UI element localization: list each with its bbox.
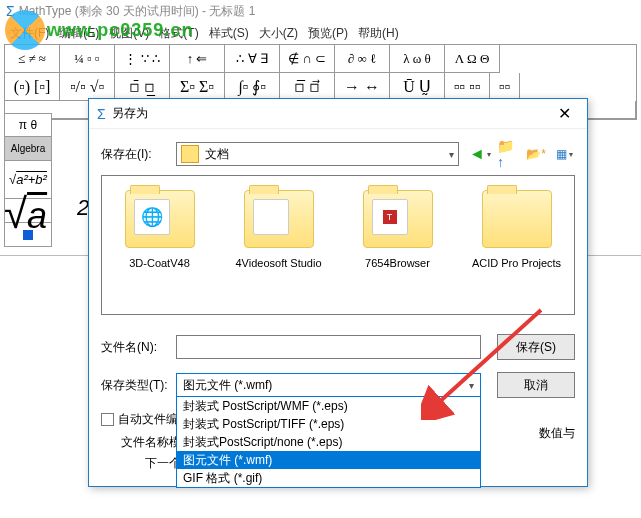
tb-relations[interactable]: ≤ ≠ ≈ — [5, 45, 60, 73]
tb-frac-sqrt[interactable]: ▫/▫ √▫ — [60, 73, 115, 101]
menu-edit[interactable]: 编辑(E) — [55, 23, 103, 44]
tb-fractions[interactable]: ¼ ▫ ▫ — [60, 45, 115, 73]
menu-style[interactable]: 样式(S) — [205, 23, 253, 44]
menu-preview[interactable]: 预览(P) — [304, 23, 352, 44]
back-button[interactable]: ◄▾ — [469, 143, 491, 165]
filetype-option[interactable]: 封装式 PostScript/TIFF (*.eps) — [177, 415, 480, 433]
menu-file[interactable]: 文件(F) — [6, 23, 53, 44]
tb-over-under[interactable]: ▫̄ ▫̲ — [115, 73, 170, 101]
tb-integral[interactable]: ∫▫ ∮▫ — [225, 73, 280, 101]
dialog-title: 另存为 — [112, 105, 549, 122]
tb-sets[interactable]: ∉ ∩ ⊂ — [280, 45, 335, 73]
tb-accents[interactable]: ▫̅ ▫⃗ — [280, 73, 335, 101]
tb-greek-lower[interactable]: λ ω θ — [390, 45, 445, 73]
chevron-down-icon: ▾ — [469, 380, 474, 391]
filetype-option[interactable]: 封装式PostScript/none (*.eps) — [177, 433, 480, 451]
save-in-row: 保存在(I): 文档 ▾ ◄▾ 📁↑ 📂* ▦▾ — [101, 139, 575, 169]
tb-arrows[interactable]: ↑ ⇐ — [170, 45, 225, 73]
folder-item[interactable]: ACID Pro Projects — [469, 190, 564, 300]
folder-item[interactable]: 4Videosoft Studio — [231, 190, 326, 300]
file-list[interactable]: 🌐 3D-CoatV48 4Videosoft Studio T 7654Bro… — [101, 175, 575, 315]
app-title-text: MathType (剩余 30 天的试用时间) - 无标题 1 — [19, 3, 256, 20]
menu-bar: 文件(F) 编辑(E) 视图(V) 格式(T) 样式(S) 大小(Z) 预览(P… — [0, 22, 641, 44]
thumb-icon: 🌐 — [134, 199, 170, 235]
location-value: 文档 — [205, 146, 229, 163]
menu-size[interactable]: 大小(Z) — [255, 23, 302, 44]
folder-icon — [181, 145, 199, 163]
folder-item[interactable]: 🌐 3D-CoatV48 — [112, 190, 207, 300]
save-button[interactable]: 保存(S) — [497, 334, 575, 360]
filename-input[interactable] — [176, 335, 481, 359]
folder-item[interactable]: T 7654Browser — [350, 190, 445, 300]
dialog-body: 保存在(I): 文档 ▾ ◄▾ 📁↑ 📂* ▦▾ 🌐 3D-CoatV48 4V… — [89, 129, 587, 486]
tb-sum[interactable]: Σ▫ Σ▫ — [170, 73, 225, 101]
filename-label: 文件名(N): — [101, 339, 176, 356]
folder-label: 4Videosoft Studio — [231, 256, 326, 270]
folder-label: 3D-CoatV48 — [112, 256, 207, 270]
menu-help[interactable]: 帮助(H) — [354, 23, 403, 44]
folder-label: 7654Browser — [350, 256, 445, 270]
dialog-title-bar[interactable]: Σ 另存为 ✕ — [89, 99, 587, 129]
up-one-level-button[interactable]: 📁↑ — [497, 143, 519, 165]
filetype-select[interactable]: 图元文件 (*.wmf) ▾ — [176, 373, 481, 397]
filename-row: 文件名(N): 保存(S) — [101, 333, 575, 361]
folder-icon: T — [363, 190, 433, 248]
save-as-dialog: Σ 另存为 ✕ 保存在(I): 文档 ▾ ◄▾ 📁↑ 📂* ▦▾ 🌐 3D-Co… — [88, 98, 588, 487]
side-pi-theta[interactable]: π θ — [4, 113, 52, 137]
algebra-tab[interactable]: Algebra — [4, 137, 52, 161]
tb-calc[interactable]: ∂ ∞ ℓ — [335, 45, 390, 73]
thumb-icon: T — [372, 199, 408, 235]
chevron-down-icon: ▾ — [449, 149, 454, 160]
filetype-option[interactable]: GIF 格式 (*.gif) — [177, 469, 480, 487]
filetype-option[interactable]: 封装式 PostScript/WMF (*.eps) — [177, 397, 480, 415]
tb-box[interactable]: ▫▫ — [490, 73, 520, 101]
filetype-row: 保存类型(T): 图元文件 (*.wmf) ▾ 封装式 PostScript/W… — [101, 371, 575, 399]
tb-dots[interactable]: ⋮ ∵ ∴ — [115, 45, 170, 73]
tb-arrows2[interactable]: → ↔ — [335, 73, 390, 101]
auto-number-checkbox[interactable] — [101, 413, 114, 426]
new-folder-button[interactable]: 📂* — [525, 143, 547, 165]
tb-logic[interactable]: ∴ ∀ ∃ — [225, 45, 280, 73]
sigma-icon: Σ — [6, 3, 15, 19]
dialog-sigma-icon: Σ — [97, 106, 106, 122]
tail-text: 数值与 — [539, 425, 575, 442]
tb-matrix[interactable]: ▫▫ ▫▫ — [445, 73, 490, 101]
app-title-bar: Σ MathType (剩余 30 天的试用时间) - 无标题 1 — [0, 0, 641, 22]
nav-icons: ◄▾ 📁↑ 📂* ▦▾ — [469, 143, 575, 165]
filetype-label: 保存类型(T): — [101, 377, 176, 394]
folder-label: ACID Pro Projects — [469, 256, 564, 270]
menu-format[interactable]: 格式(T) — [155, 23, 202, 44]
folder-icon: 🌐 — [125, 190, 195, 248]
close-button[interactable]: ✕ — [549, 99, 579, 129]
filetype-value: 图元文件 (*.wmf) — [183, 377, 272, 394]
menu-view[interactable]: 视图(V) — [105, 23, 153, 44]
tb-accented-u[interactable]: Ū Ṵ — [390, 73, 445, 101]
thumb-icon — [253, 199, 289, 235]
tb-brackets[interactable]: (▫) [▫] — [5, 73, 60, 101]
folder-icon — [482, 190, 552, 248]
cancel-button[interactable]: 取消 — [497, 372, 575, 398]
view-menu-button[interactable]: ▦▾ — [553, 143, 575, 165]
location-select[interactable]: 文档 ▾ — [176, 142, 459, 166]
folder-icon — [244, 190, 314, 248]
tb-greek-upper[interactable]: Λ Ω Θ — [445, 45, 500, 73]
filetype-dropdown: 封装式 PostScript/WMF (*.eps) 封装式 PostScrip… — [176, 396, 481, 488]
save-in-label: 保存在(I): — [101, 146, 176, 163]
filetype-option-selected[interactable]: 图元文件 (*.wmf) — [177, 451, 480, 469]
